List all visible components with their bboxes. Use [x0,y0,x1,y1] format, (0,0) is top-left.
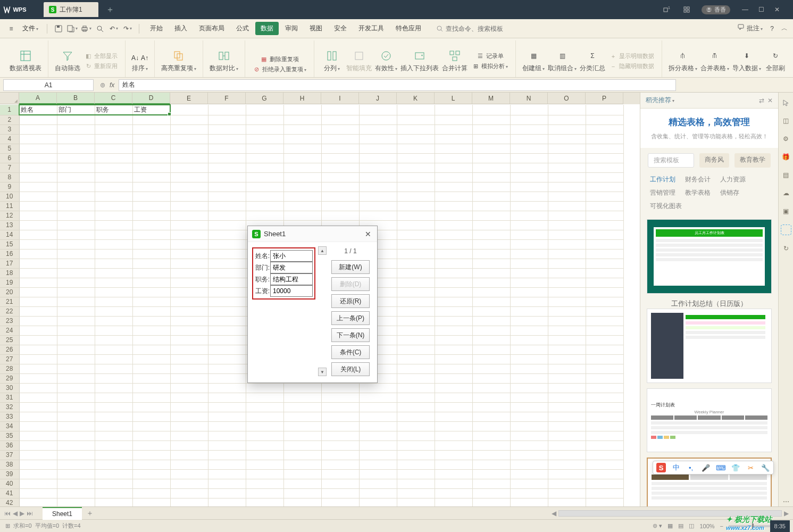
cell-B17[interactable] [57,259,95,268]
ime-skin-icon[interactable]: 👕 [731,463,740,472]
cell-P1[interactable] [586,105,623,115]
cell-M30[interactable] [472,383,510,393]
cell-M14[interactable] [472,230,510,239]
cell-E19[interactable] [170,278,208,287]
command-search[interactable] [436,25,515,32]
cell-H8[interactable] [283,172,321,182]
cell-E26[interactable] [170,345,208,354]
print-preview-icon[interactable] [94,23,106,35]
view-split-icon[interactable]: ◫ [689,522,694,529]
cell-O7[interactable] [548,163,586,172]
col-header-H[interactable]: H [283,93,321,104]
row-header-28[interactable]: 28 [0,364,19,373]
cell-O3[interactable] [548,124,586,134]
cell-I2[interactable] [321,115,359,124]
cell-C12[interactable] [95,211,132,220]
tag-1[interactable]: 财务会计 [685,175,711,184]
cell-B34[interactable] [57,421,95,431]
cell-N8[interactable] [510,172,548,182]
cell-H10[interactable] [283,192,321,201]
cell-E21[interactable] [170,297,208,306]
cell-K41[interactable] [397,488,435,498]
cell-E35[interactable] [170,431,208,440]
cell-H41[interactable] [283,488,321,498]
row-header-14[interactable]: 14 [0,230,19,239]
ime-voice-icon[interactable]: 🎤 [701,463,711,472]
cell-D22[interactable] [132,306,170,316]
rail-settings-icon[interactable]: ⚙ [781,134,791,144]
cell-C21[interactable] [95,297,132,306]
cell-P21[interactable] [586,297,623,306]
cell-D2[interactable] [132,115,170,124]
cell-L40[interactable] [435,479,472,488]
close-icon[interactable]: ✕ [772,4,782,15]
cell-B41[interactable] [57,488,95,498]
cell-B4[interactable] [57,134,95,144]
row-header-10[interactable]: 10 [0,192,19,201]
ime-tool-icon[interactable]: ✂ [746,463,755,472]
row-header-42[interactable]: 42 [0,498,19,506]
cell-L17[interactable] [435,259,472,268]
cell-B6[interactable] [57,153,95,163]
cell-H42[interactable] [283,498,321,506]
cell-N1[interactable] [510,105,548,115]
cell-P28[interactable] [586,364,623,373]
cell-F11[interactable] [208,201,246,211]
cell-L4[interactable] [435,134,472,144]
cell-B11[interactable] [57,201,95,211]
row-header-24[interactable]: 24 [0,326,19,335]
menu-tab-6[interactable]: 视图 [304,22,328,35]
cell-K17[interactable] [397,259,435,268]
cell-M2[interactable] [472,115,510,124]
cell-M26[interactable] [472,345,510,354]
cell-I37[interactable] [321,450,359,460]
cell-H34[interactable] [283,421,321,431]
cell-G6[interactable] [246,153,283,163]
cell-G38[interactable] [246,460,283,469]
cell-M28[interactable] [472,364,510,373]
cell-B9[interactable] [57,182,95,192]
cell-C36[interactable] [95,440,132,450]
cell-J31[interactable] [359,393,397,402]
ime-settings-icon[interactable]: 🔧 [761,463,770,472]
cell-A27[interactable] [19,354,57,364]
cell-C4[interactable] [95,134,132,144]
rail-templates-icon[interactable] [781,225,791,235]
cell-G1[interactable] [246,105,283,115]
col-header-C[interactable]: C [95,93,132,104]
row-header-39[interactable]: 39 [0,469,19,479]
cell-C30[interactable] [95,383,132,393]
cell-N30[interactable] [510,383,548,393]
cell-I7[interactable] [321,163,359,172]
cell-F3[interactable] [208,124,246,134]
cell-B15[interactable] [57,239,95,249]
cell-A9[interactable] [19,182,57,192]
help-icon[interactable]: ? [770,25,774,32]
cell-P24[interactable] [586,326,623,335]
cell-L16[interactable] [435,249,472,259]
chip-business[interactable]: 商务风 [699,153,729,168]
cell-K26[interactable] [397,345,435,354]
cell-B16[interactable] [57,249,95,259]
form-input-1[interactable] [270,262,313,273]
cell-F34[interactable] [208,421,246,431]
cell-K12[interactable] [397,211,435,220]
col-header-D[interactable]: D [132,93,170,104]
cell-A42[interactable] [19,498,57,506]
cell-E41[interactable] [170,488,208,498]
cell-M17[interactable] [472,259,510,268]
cell-L38[interactable] [435,460,472,469]
cell-D18[interactable] [132,268,170,278]
cell-N15[interactable] [510,239,548,249]
cell-B24[interactable] [57,326,95,335]
app-logo[interactable]: WPS [0,6,30,13]
cell-L19[interactable] [435,278,472,287]
reject-dup-button[interactable]: ⊘拒绝录入重复项 [251,65,308,74]
col-header-M[interactable]: M [472,93,510,104]
cell-B32[interactable] [57,402,95,412]
col-header-N[interactable]: N [510,93,548,104]
cell-O24[interactable] [548,326,586,335]
cell-N28[interactable] [510,364,548,373]
cell-E12[interactable] [170,211,208,220]
cell-B29[interactable] [57,373,95,383]
